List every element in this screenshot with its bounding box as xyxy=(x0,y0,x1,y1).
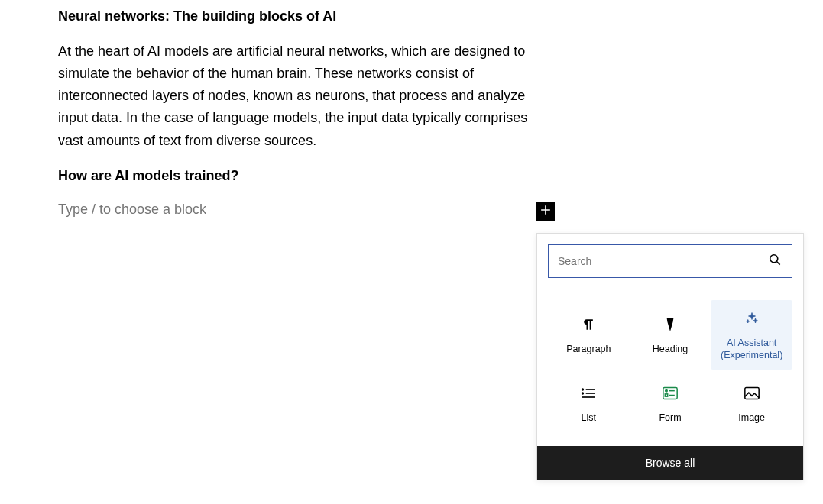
form-icon xyxy=(663,383,678,404)
svg-rect-12 xyxy=(744,388,758,399)
plus-icon xyxy=(538,202,553,221)
search-icon xyxy=(767,252,782,270)
svg-point-4 xyxy=(582,393,584,395)
svg-rect-7 xyxy=(663,388,677,399)
svg-point-2 xyxy=(582,389,584,391)
block-label: List xyxy=(582,412,596,424)
section-heading[interactable]: How are AI models trained? xyxy=(58,166,535,186)
add-block-button[interactable] xyxy=(536,202,555,221)
svg-point-0 xyxy=(770,255,778,263)
block-label: Paragraph xyxy=(566,343,611,355)
block-option-paragraph[interactable]: Paragraph xyxy=(548,300,630,370)
block-label: Form xyxy=(659,412,681,424)
section-heading[interactable]: Neural networks: The building blocks of … xyxy=(58,6,535,27)
paragraph-block[interactable]: At the heart of AI models are artificial… xyxy=(58,40,530,152)
search-input[interactable] xyxy=(558,255,767,267)
svg-line-1 xyxy=(777,262,780,265)
block-inserter-popover: Paragraph Heading AI Assistant (Experime… xyxy=(536,233,804,480)
block-option-image[interactable]: Image xyxy=(711,370,792,438)
ai-sparkle-icon xyxy=(745,308,759,329)
heading-icon xyxy=(664,314,676,335)
svg-rect-10 xyxy=(665,394,667,396)
block-label: Heading xyxy=(653,343,689,355)
paragraph-icon xyxy=(581,314,596,335)
block-option-form[interactable]: Form xyxy=(630,370,711,438)
empty-block-prompt[interactable]: Type / to choose a block xyxy=(58,202,535,218)
list-icon xyxy=(581,383,596,404)
block-option-heading[interactable]: Heading xyxy=(630,300,711,370)
browse-all-button[interactable]: Browse all xyxy=(537,446,803,480)
block-option-list[interactable]: List xyxy=(548,370,630,438)
image-icon xyxy=(744,383,760,404)
search-input-wrap xyxy=(548,244,792,278)
svg-point-8 xyxy=(666,390,668,393)
block-label: AI Assistant (Experimental) xyxy=(714,337,789,362)
block-label: Image xyxy=(738,412,765,424)
block-option-ai-assistant[interactable]: AI Assistant (Experimental) xyxy=(711,300,792,370)
